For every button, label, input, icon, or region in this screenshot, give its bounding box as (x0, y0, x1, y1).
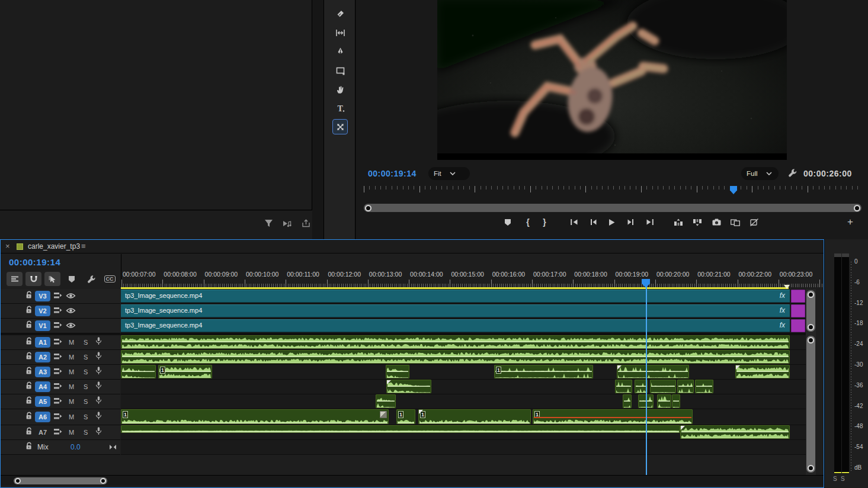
track-lock-icon[interactable] (25, 427, 33, 438)
audio-clip[interactable] (615, 380, 632, 393)
mute-button[interactable]: M (69, 413, 74, 420)
track-lock-icon[interactable] (25, 320, 33, 332)
audio-clip[interactable]: 1 (158, 365, 212, 378)
export-frame-button[interactable] (710, 216, 723, 229)
extract-button[interactable] (691, 216, 704, 229)
audio-clip[interactable] (617, 365, 689, 378)
voiceover-record-icon[interactable] (95, 412, 102, 423)
mute-button[interactable]: M (69, 339, 74, 346)
monitor-playhead[interactable] (730, 186, 737, 194)
hand-tool[interactable] (332, 82, 348, 97)
track-lane-a6[interactable]: 1111 (121, 409, 806, 425)
export-icon[interactable] (300, 218, 312, 229)
go-to-in-button[interactable] (568, 216, 581, 229)
track-lane-v2[interactable]: tp3_Image_sequence.mp4fx (121, 304, 806, 319)
sync-lock-icon[interactable] (53, 381, 62, 392)
video-clip[interactable]: tp3_Image_sequence.mp4fx (121, 290, 790, 303)
track-visibility-icon[interactable] (66, 306, 76, 316)
project-panel-content[interactable] (0, 0, 312, 210)
track-lock-icon[interactable] (25, 352, 33, 363)
mute-button[interactable]: M (69, 398, 74, 405)
preview-media-icon[interactable] (281, 218, 293, 229)
track-target-badge[interactable]: A7 (35, 427, 50, 438)
monitor-settings-wrench-icon[interactable] (788, 168, 797, 180)
track-lock-icon[interactable] (25, 412, 33, 423)
audio-clip[interactable] (386, 380, 431, 393)
track-target-badge[interactable]: A5 (35, 396, 50, 407)
track-lane-v3[interactable]: tp3_Image_sequence.mp4fx (121, 289, 806, 304)
video-clip[interactable]: tp3_Image_sequence.mp4fx (121, 304, 790, 317)
voiceover-record-icon[interactable] (95, 396, 102, 407)
scrollbar-handle-right[interactable] (854, 205, 860, 211)
playback-resolution-select[interactable]: Full (741, 167, 779, 180)
voiceover-record-icon[interactable] (95, 352, 102, 363)
mark-in-button[interactable]: { (521, 216, 534, 229)
go-to-out-button[interactable] (643, 216, 656, 229)
track-lane-a3[interactable]: 11 (121, 365, 806, 380)
type-tool[interactable]: T (332, 101, 348, 116)
audio-clip[interactable] (121, 425, 680, 433)
meter-solo-button[interactable]: S (833, 476, 837, 482)
audio-clip[interactable]: 1 (418, 409, 531, 424)
volume-rubber-band[interactable] (534, 417, 691, 418)
scrollbar-handle-right[interactable] (100, 478, 106, 484)
mute-button[interactable]: M (69, 368, 74, 375)
razor-tool[interactable] (332, 6, 348, 21)
track-lane-a5[interactable] (121, 394, 806, 409)
fade-handle[interactable] (736, 365, 740, 370)
scrollbar-handle-top[interactable] (808, 291, 814, 298)
track-lock-icon[interactable] (25, 291, 33, 302)
fade-handle[interactable] (681, 426, 685, 430)
video-tracks-scrollbar[interactable] (806, 290, 815, 332)
audio-clip[interactable] (121, 335, 790, 349)
sync-lock-icon[interactable] (53, 412, 62, 422)
comparison-view-button[interactable] (729, 216, 742, 229)
track-lock-icon[interactable] (25, 337, 33, 348)
step-back-button[interactable] (587, 216, 600, 229)
audio-clip[interactable] (695, 380, 713, 393)
track-lock-icon[interactable] (25, 306, 33, 317)
scrollbar-handle-top[interactable] (808, 337, 814, 343)
track-lock-icon[interactable] (25, 442, 33, 453)
audio-clip[interactable] (650, 380, 676, 393)
add-marker-button[interactable] (501, 216, 514, 229)
track-visibility-icon[interactable] (66, 291, 76, 301)
timeline-horizontal-scrollbar[interactable] (14, 477, 107, 484)
audio-clip[interactable]: 1 (396, 409, 415, 424)
sync-lock-icon[interactable] (53, 367, 62, 377)
audio-clip[interactable] (657, 394, 671, 408)
monitor-zoom-scrollbar[interactable] (364, 204, 861, 212)
adjustment-clip[interactable] (791, 319, 805, 332)
zoom-level-select[interactable]: Fit (428, 167, 470, 180)
sync-lock-icon[interactable] (53, 306, 62, 316)
adjustment-clip[interactable] (791, 290, 805, 303)
track-target-badge[interactable]: V2 (35, 306, 50, 316)
solo-button[interactable]: S (84, 368, 88, 375)
adjustment-clip[interactable] (791, 304, 805, 317)
sync-lock-icon[interactable] (53, 337, 62, 348)
slip-tool[interactable] (332, 25, 348, 40)
audio-clip[interactable] (121, 350, 790, 364)
solo-button[interactable]: S (84, 339, 88, 346)
mute-button[interactable]: M (69, 429, 74, 436)
sync-lock-icon[interactable] (53, 291, 62, 301)
track-lock-icon[interactable] (25, 396, 33, 407)
video-clip[interactable]: tp3_Image_sequence.mp4fx (121, 319, 790, 332)
lift-button[interactable] (672, 216, 685, 229)
track-target-badge[interactable]: V1 (35, 320, 50, 331)
fade-handle[interactable] (419, 410, 423, 414)
track-target-badge[interactable]: A1 (35, 337, 50, 348)
audio-clip[interactable]: 1 (533, 409, 693, 424)
track-lane-mix[interactable] (121, 440, 806, 455)
scrollbar-handle-bottom[interactable] (808, 465, 814, 471)
audio-clip[interactable]: 1 (494, 365, 593, 378)
sync-lock-icon[interactable] (53, 396, 62, 407)
fade-handle[interactable] (617, 365, 622, 370)
step-forward-button[interactable] (624, 216, 637, 229)
audio-clip[interactable] (735, 365, 790, 378)
mute-button[interactable]: M (69, 383, 74, 390)
filter-icon[interactable] (262, 218, 274, 229)
sync-lock-icon[interactable] (53, 427, 62, 438)
sync-lock-icon[interactable] (53, 352, 62, 362)
scrollbar-handle-left[interactable] (15, 478, 21, 484)
